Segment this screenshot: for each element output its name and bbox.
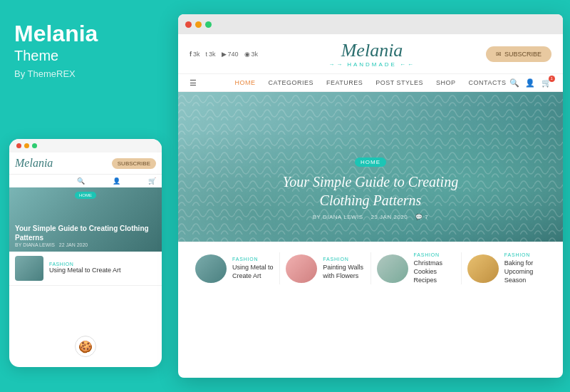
- mobile-article-item: FASHION Using Metal to Create Art: [9, 252, 162, 286]
- mobile-hero-meta: BY DIANA LEWIS 22 JAN 2020: [15, 242, 156, 247]
- mobile-subscribe-button[interactable]: SUBSCRIBE: [112, 158, 156, 169]
- nav-icons: 🔍 👤 🛒 1: [509, 78, 552, 88]
- facebook-icon: f: [190, 51, 192, 58]
- nav-item-contacts[interactable]: CONTACTS: [469, 79, 507, 86]
- mobile-logo: Melania: [15, 157, 53, 170]
- arrow-right-icon: ←←: [400, 61, 415, 68]
- article-card-3[interactable]: FASHION Christmas Cookies Recipes: [371, 252, 462, 284]
- brand-by: By ThemeREX: [14, 68, 157, 79]
- youtube-icon: ▶: [222, 51, 227, 58]
- mobile-hero: HOME Your Simple Guide to Creating Cloth…: [9, 187, 162, 252]
- arrow-left-icon: →→: [328, 61, 344, 68]
- mobile-dot-green: [32, 143, 37, 148]
- article-thumbnail-3: [377, 254, 408, 283]
- article-grid: FASHION Using Metal to Create Art FASHIO…: [178, 242, 563, 294]
- search-icon[interactable]: 🔍: [509, 78, 520, 88]
- nav-item-shop[interactable]: SHOP: [436, 79, 456, 86]
- site-nav: ☰ HOME CATEGORIES FEATURES POST STYLES S…: [178, 74, 563, 92]
- mobile-hamburger-icon[interactable]: ☰: [15, 177, 21, 185]
- social-twitter[interactable]: t 3k: [206, 51, 216, 58]
- mobile-hero-badge: HOME: [75, 192, 96, 199]
- mobile-user-icon[interactable]: 👤: [113, 177, 120, 185]
- subscribe-button[interactable]: ✉ SUBSCRIBE: [486, 46, 551, 62]
- nav-item-post-styles[interactable]: POST STYLES: [375, 79, 423, 86]
- mobile-article-thumbnail: [15, 256, 43, 281]
- article-thumbnail-1: [195, 254, 227, 283]
- article-category-4: FASHION: [504, 252, 546, 257]
- brand-name: Melania: [14, 21, 157, 46]
- mobile-hero-title: Your Simple Guide to Creating Clothing P…: [15, 224, 156, 242]
- hamburger-icon[interactable]: ☰: [190, 78, 197, 88]
- mobile-nav: ☰ 🔍 👤 🛒: [9, 175, 162, 187]
- twitter-icon: t: [206, 51, 208, 58]
- cart-count: 1: [549, 76, 555, 82]
- hero-content: HOME Your Simple Guide to Creating Cloth…: [264, 154, 477, 220]
- article-title-4: Baking for Upcoming Season: [504, 259, 546, 284]
- mobile-dot-red: [16, 143, 21, 148]
- article-info-2: FASHION Painting Walls with Flowers: [323, 257, 364, 280]
- desktop-preview: f 3k t 3k ▶ 740 ◉ 3k Melania →→ HANDMADE…: [178, 14, 563, 378]
- site-logo-text: Melania: [328, 40, 415, 61]
- site-logo: Melania →→ HANDMADE ←←: [328, 40, 415, 68]
- article-info-3: FASHION Christmas Cookies Recipes: [414, 252, 455, 284]
- article-category-2: FASHION: [323, 257, 364, 262]
- article-title-3: Christmas Cookies Recipes: [414, 259, 455, 284]
- mobile-article-title: Using Metal to Create Art: [49, 267, 121, 275]
- comment-icon: 💬 7: [415, 214, 428, 220]
- article-category-3: FASHION: [414, 252, 455, 257]
- article-thumbnail-4: [467, 254, 499, 283]
- user-icon[interactable]: 👤: [525, 78, 536, 88]
- browser-dot-yellow: [195, 21, 202, 28]
- mobile-cart-icon[interactable]: 🛒: [148, 177, 156, 185]
- social-links: f 3k t 3k ▶ 740 ◉ 3k: [190, 51, 258, 58]
- mobile-header: Melania SUBSCRIBE: [9, 153, 162, 175]
- site-logo-sub: →→ HANDMADE ←←: [328, 61, 415, 68]
- mobile-search-icon[interactable]: 🔍: [77, 177, 85, 185]
- mobile-article-category: FASHION: [49, 262, 121, 267]
- mobile-dot-yellow: [24, 143, 29, 148]
- brand-subtitle: Theme: [14, 48, 157, 64]
- instagram-icon: ◉: [244, 51, 250, 58]
- article-title-2: Painting Walls with Flowers: [323, 263, 364, 280]
- cookie-icon[interactable]: 🍪: [75, 336, 96, 357]
- subscribe-icon: ✉: [496, 51, 502, 58]
- article-info-4: FASHION Baking for Upcoming Season: [504, 252, 546, 284]
- cart-icon[interactable]: 🛒 1: [542, 78, 552, 88]
- social-youtube[interactable]: ▶ 740: [222, 51, 239, 58]
- article-card-2[interactable]: FASHION Painting Walls with Flowers: [280, 252, 370, 284]
- article-info-1: FASHION Using Metal to Create Art: [232, 257, 274, 280]
- article-card-1[interactable]: FASHION Using Metal to Create Art: [190, 252, 280, 284]
- hero-badge: HOME: [355, 158, 386, 167]
- article-card-4[interactable]: FASHION Baking for Upcoming Season: [462, 252, 551, 284]
- left-panel: Melania Theme By ThemeREX Melania SUBSCR…: [0, 0, 171, 392]
- browser-dot-green: [205, 21, 212, 28]
- article-category-1: FASHION: [232, 257, 274, 262]
- social-instagram[interactable]: ◉ 3k: [244, 51, 259, 58]
- social-facebook[interactable]: f 3k: [190, 51, 200, 58]
- hero-title: Your Simple Guide to Creating Clothing P…: [264, 172, 477, 210]
- mobile-browser-bar: [9, 139, 162, 153]
- hero-meta: BY DIANA LEWIS 23 JAN 2020 💬 7: [264, 214, 477, 220]
- article-thumbnail-2: [286, 254, 317, 283]
- nav-item-home[interactable]: HOME: [235, 79, 256, 86]
- desktop-browser-bar: [178, 14, 563, 34]
- article-title-1: Using Metal to Create Art: [232, 263, 274, 280]
- nav-item-features[interactable]: FEATURES: [326, 79, 363, 86]
- mobile-mockup: Melania SUBSCRIBE ☰ 🔍 👤 🛒 HOME Your Simp…: [9, 139, 162, 367]
- desktop-hero: HOME Your Simple Guide to Creating Cloth…: [178, 92, 563, 242]
- site-header: f 3k t 3k ▶ 740 ◉ 3k Melania →→ HANDMADE…: [178, 34, 563, 74]
- browser-dot-red: [185, 21, 192, 28]
- nav-item-categories[interactable]: CATEGORIES: [269, 79, 314, 86]
